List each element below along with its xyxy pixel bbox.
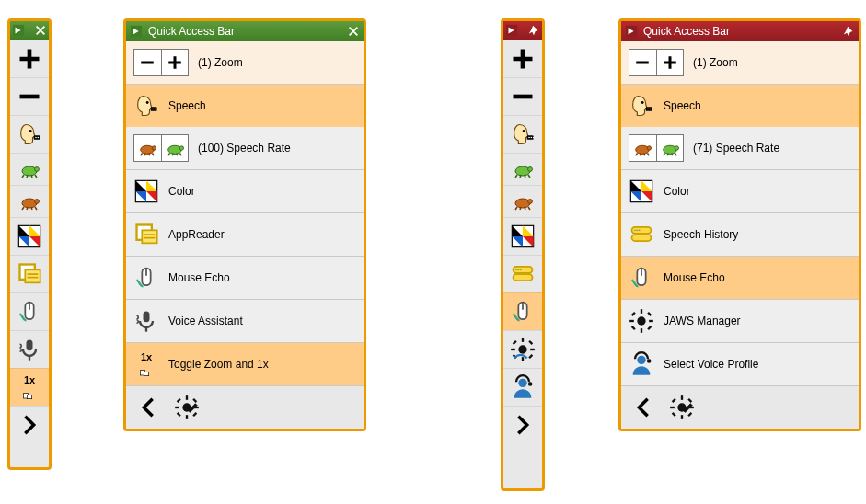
item-label: Mouse Echo: [664, 271, 725, 284]
list-item[interactable]: (100) Speech Rate: [126, 127, 364, 169]
onex-label: 1x: [24, 374, 35, 385]
zoom-buttons: [629, 49, 684, 76]
mic-icon: [17, 337, 42, 362]
rate-up-button[interactable]: [657, 135, 684, 161]
head-icon: [629, 93, 654, 119]
head-icon: [133, 93, 159, 119]
speech-head-icon: [510, 121, 536, 147]
close-icon[interactable]: [347, 25, 360, 38]
zoom-in-button[interactable]: [10, 40, 49, 77]
vertical-toolbar-green: 1x: [7, 18, 52, 470]
zoom-in-button[interactable]: [162, 50, 189, 75]
item-label: (71) Speech Rate: [693, 142, 779, 155]
list-item[interactable]: Mouse Echo: [621, 256, 859, 299]
speech-head-icon: [17, 121, 42, 147]
color-icon: [133, 178, 159, 204]
rate-up-button[interactable]: [162, 135, 189, 161]
list-item[interactable]: (71) Speech Rate: [621, 127, 859, 169]
appreader-icon: [17, 261, 42, 287]
gear-icon: [629, 308, 654, 334]
color-button[interactable]: [503, 217, 542, 255]
history-icon: [629, 222, 654, 247]
speech-rate-up-button[interactable]: [503, 153, 542, 185]
panel-title: Quick Access Bar: [643, 25, 730, 38]
quick-access-panel-red: Quick Access Bar (1) Zoom Speech(71) Spe…: [618, 18, 861, 431]
back-button[interactable]: [630, 395, 656, 420]
list-item[interactable]: Mouse Echo: [126, 256, 364, 299]
history-icon: [510, 261, 536, 287]
appreader-icon: [133, 222, 159, 247]
zoom-in-button[interactable]: [503, 40, 542, 77]
zoom-out-button[interactable]: [10, 77, 49, 115]
list-item[interactable]: 1xToggle Zoom and 1x: [126, 342, 364, 385]
zoom-out-button[interactable]: [134, 50, 161, 75]
pin-icon[interactable]: [842, 25, 855, 38]
list-item[interactable]: JAWS Manager: [621, 299, 859, 342]
mouse-icon: [17, 299, 42, 325]
speech-history-button[interactable]: [503, 255, 542, 292]
speech-rate-down-button[interactable]: [10, 185, 49, 217]
list-item[interactable]: Speech: [126, 84, 364, 127]
chevron-right-icon: [510, 412, 536, 438]
back-button[interactable]: [135, 395, 161, 420]
item-label: AppReader: [168, 228, 225, 241]
item-label: Select Voice Profile: [664, 358, 758, 371]
agent-icon: [629, 351, 654, 377]
panel-titlebar: Quick Access Bar: [126, 21, 364, 41]
speech-rate-up-button[interactable]: [10, 153, 49, 185]
rate-down-button[interactable]: [134, 135, 161, 161]
vbar-header: [10, 21, 49, 40]
zoom-row[interactable]: (1) Zoom: [126, 41, 364, 84]
list-item[interactable]: AppReader: [126, 212, 364, 256]
jaws-manager-button[interactable]: [503, 330, 542, 368]
item-label: (100) Speech Rate: [198, 142, 291, 155]
item-label: Color: [168, 185, 195, 198]
speech-button[interactable]: [10, 115, 49, 153]
list-item[interactable]: Speech: [621, 84, 859, 127]
speech-rate-down-button[interactable]: [503, 185, 542, 217]
mouse-echo-button[interactable]: [10, 292, 49, 330]
expand-icon[interactable]: [12, 24, 25, 37]
expand-icon[interactable]: [130, 25, 143, 38]
speech-button[interactable]: [503, 115, 542, 153]
settings-button[interactable]: [669, 395, 695, 420]
zoom-buttons: [133, 49, 189, 76]
plus-icon: [17, 46, 42, 72]
expand-icon[interactable]: [625, 25, 638, 38]
onex-icon: [17, 385, 42, 400]
voice-assistant-button[interactable]: [10, 330, 49, 368]
turtle-fast-icon: [18, 158, 40, 180]
zoom-out-button[interactable]: [503, 77, 542, 115]
speech-rate-buttons: [133, 134, 189, 162]
list-item[interactable]: Color: [126, 169, 364, 212]
more-button[interactable]: [10, 406, 49, 443]
agent-icon: [510, 374, 536, 400]
zoom-row[interactable]: (1) Zoom: [621, 41, 859, 84]
mouse-icon: [133, 265, 159, 291]
mouse-echo-button[interactable]: [503, 292, 542, 330]
plus-icon: [510, 46, 536, 72]
speech-rate-buttons: [629, 134, 684, 162]
list-item[interactable]: Select Voice Profile: [621, 342, 859, 385]
zoom-out-button[interactable]: [629, 50, 656, 75]
list-item[interactable]: Color: [621, 169, 859, 212]
toggle-1x-button[interactable]: 1x: [10, 368, 49, 406]
more-button[interactable]: [503, 406, 542, 443]
list-item[interactable]: Voice Assistant: [126, 299, 364, 342]
vertical-toolbar-red: [501, 18, 545, 491]
expand-icon[interactable]: [505, 24, 518, 37]
item-label: JAWS Manager: [664, 315, 741, 327]
settings-button[interactable]: [174, 395, 200, 420]
turtle-fast-icon: [512, 158, 534, 180]
voice-profile-button[interactable]: [503, 368, 542, 406]
list-item[interactable]: Speech History: [621, 212, 859, 256]
zoom-label: (1) Zoom: [198, 56, 243, 69]
color-icon: [17, 223, 42, 249]
close-icon[interactable]: [34, 24, 47, 37]
zoom-in-button[interactable]: [657, 50, 684, 75]
pin-icon[interactable]: [527, 24, 540, 37]
color-button[interactable]: [10, 217, 49, 255]
appreader-button[interactable]: [10, 255, 49, 292]
rate-down-button[interactable]: [629, 135, 656, 161]
onex-icon: 1x: [133, 351, 159, 377]
